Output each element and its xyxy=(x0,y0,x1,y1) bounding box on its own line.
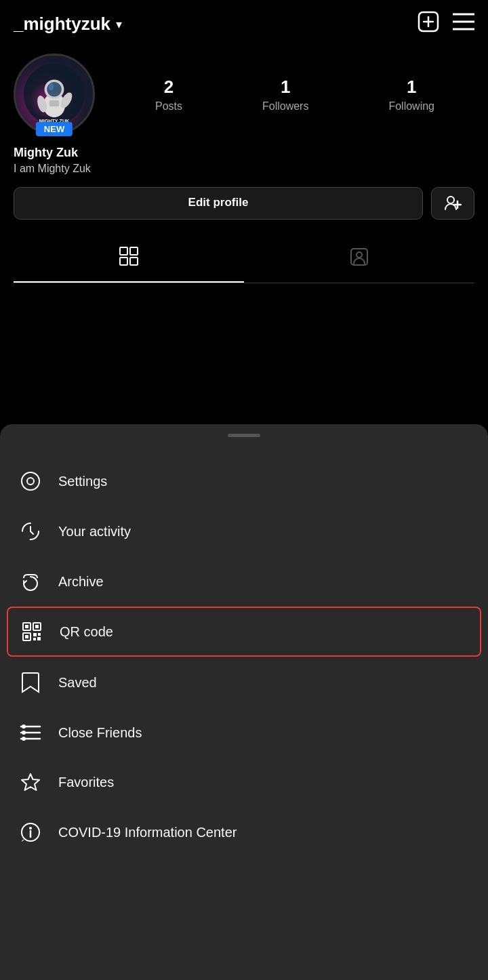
menu-item-your-activity[interactable]: Your activity xyxy=(0,506,488,556)
posts-stat[interactable]: 2 Posts xyxy=(155,77,182,113)
menu-item-favorites[interactable]: Favorites xyxy=(0,757,488,807)
hamburger-menu-button[interactable] xyxy=(453,13,474,35)
svg-rect-28 xyxy=(25,625,28,628)
following-label: Following xyxy=(388,100,434,113)
svg-point-23 xyxy=(357,252,362,258)
username-text: _mightyzuk xyxy=(14,14,110,35)
profile-bio: I am Mighty Zuk xyxy=(14,163,474,175)
menu-item-covid[interactable]: COVID-19 Information Center xyxy=(0,807,488,857)
qr-code-label: QR code xyxy=(60,624,113,640)
username-row[interactable]: _mightyzuk ▾ xyxy=(14,14,122,35)
svg-rect-19 xyxy=(130,247,138,255)
svg-rect-20 xyxy=(120,258,127,265)
svg-rect-36 xyxy=(37,637,41,640)
edit-profile-button[interactable]: Edit profile xyxy=(14,187,423,220)
svg-rect-32 xyxy=(25,635,28,638)
svg-rect-30 xyxy=(35,625,39,628)
new-badge: NEW xyxy=(36,122,73,136)
svg-point-44 xyxy=(29,827,32,830)
profile-section: _mightyzuk ▾ xyxy=(0,0,488,283)
settings-icon xyxy=(19,471,42,491)
action-buttons-row: Edit profile xyxy=(14,187,474,220)
top-bar: _mightyzuk ▾ xyxy=(14,11,474,37)
posts-count: 2 xyxy=(164,77,174,98)
followers-stat[interactable]: 1 Followers xyxy=(262,77,308,113)
svg-rect-18 xyxy=(120,247,127,255)
settings-label: Settings xyxy=(58,474,107,489)
tab-grid[interactable] xyxy=(14,236,244,283)
sheet-handle xyxy=(228,434,260,437)
profile-info-row: MIGHTY ZUK NEW 2 Posts 1 Followers 1 Fol… xyxy=(14,54,474,135)
close-friends-icon xyxy=(19,723,42,742)
favorites-label: Favorites xyxy=(58,775,114,790)
chevron-down-icon[interactable]: ▾ xyxy=(116,17,122,32)
saved-label: Saved xyxy=(58,675,97,691)
qr-code-icon xyxy=(20,621,43,642)
bottom-sheet-menu: Settings Your activity Archive xyxy=(0,424,488,980)
grid-icon xyxy=(119,247,138,270)
covid-icon xyxy=(19,822,42,842)
new-post-button[interactable] xyxy=(418,11,439,37)
menu-item-settings[interactable]: Settings xyxy=(0,456,488,506)
activity-icon xyxy=(19,521,42,542)
profile-display-name: Mighty Zuk xyxy=(14,146,474,160)
close-friends-label: Close Friends xyxy=(58,725,142,741)
svg-point-24 xyxy=(22,472,39,490)
add-person-button[interactable] xyxy=(431,187,474,220)
svg-rect-33 xyxy=(33,633,37,636)
saved-icon xyxy=(19,672,42,693)
stats-row: 2 Posts 1 Followers 1 Following xyxy=(115,77,474,113)
menu-item-close-friends[interactable]: Close Friends xyxy=(0,708,488,757)
following-count: 1 xyxy=(407,77,416,98)
svg-point-10 xyxy=(49,83,54,91)
posts-label: Posts xyxy=(155,100,182,113)
svg-point-9 xyxy=(47,82,62,97)
tabs-row xyxy=(14,236,474,283)
followers-label: Followers xyxy=(262,100,308,113)
svg-point-38 xyxy=(22,724,26,729)
menu-item-archive[interactable]: Archive xyxy=(0,556,488,607)
svg-rect-35 xyxy=(33,638,36,640)
svg-point-15 xyxy=(447,197,454,203)
person-tag-icon xyxy=(350,247,369,271)
tab-tagged[interactable] xyxy=(244,236,474,283)
favorites-icon xyxy=(19,772,42,792)
menu-item-qr-code[interactable]: QR code xyxy=(7,607,481,657)
covid-label: COVID-19 Information Center xyxy=(58,825,237,840)
avatar-wrap: MIGHTY ZUK NEW xyxy=(14,54,95,135)
archive-icon xyxy=(19,571,42,592)
menu-item-saved[interactable]: Saved xyxy=(0,657,488,708)
following-stat[interactable]: 1 Following xyxy=(388,77,434,113)
svg-point-25 xyxy=(27,478,34,485)
svg-rect-13 xyxy=(49,100,59,106)
activity-label: Your activity xyxy=(58,524,131,539)
followers-count: 1 xyxy=(281,77,290,98)
svg-rect-21 xyxy=(130,258,138,265)
archive-label: Archive xyxy=(58,574,104,590)
top-icons xyxy=(418,11,474,37)
svg-rect-34 xyxy=(38,633,41,636)
